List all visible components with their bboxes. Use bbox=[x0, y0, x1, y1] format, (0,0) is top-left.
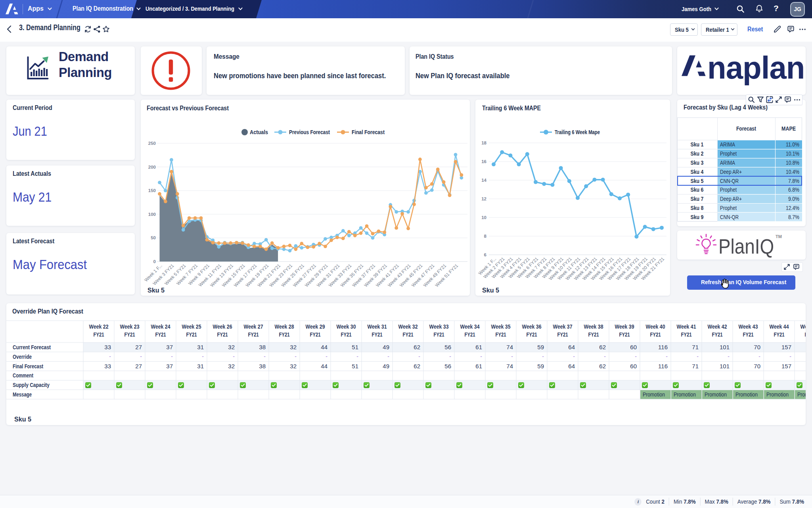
svg-text:Week 29: Week 29 bbox=[306, 323, 325, 330]
svg-text:Week 24: Week 24 bbox=[151, 323, 171, 330]
svg-text:7.8%: 7.8% bbox=[788, 177, 799, 184]
svg-text:12: 12 bbox=[481, 196, 486, 201]
svg-text:16: 16 bbox=[481, 159, 486, 164]
svg-text:-: - bbox=[666, 353, 668, 360]
svg-text:-: - bbox=[449, 353, 451, 360]
svg-text:-: - bbox=[295, 353, 297, 360]
svg-text:0: 0 bbox=[153, 259, 156, 264]
svg-text:60: 60 bbox=[630, 344, 637, 350]
svg-text:Prophet: Prophet bbox=[720, 186, 737, 193]
svg-text:CNN-QR: CNN-QR bbox=[720, 177, 739, 184]
svg-text:62: 62 bbox=[414, 363, 420, 369]
svg-text:33: 33 bbox=[104, 363, 111, 369]
svg-text:-: - bbox=[604, 353, 606, 360]
svg-text:27: 27 bbox=[135, 363, 142, 369]
svg-text:10.8%: 10.8% bbox=[786, 159, 799, 166]
svg-text:FY21: FY21 bbox=[743, 331, 754, 338]
svg-text:FY21: FY21 bbox=[681, 331, 692, 338]
svg-text:8: 8 bbox=[484, 234, 487, 239]
svg-text:-: - bbox=[233, 353, 235, 360]
svg-text:-: - bbox=[418, 353, 420, 360]
svg-text:70: 70 bbox=[754, 344, 760, 350]
svg-text:Promotion: Promotion bbox=[705, 391, 727, 398]
svg-text:49: 49 bbox=[383, 344, 389, 350]
svg-text:12.4%: 12.4% bbox=[786, 204, 799, 211]
svg-text:-: - bbox=[140, 353, 142, 360]
svg-text:Promotion: Promotion bbox=[766, 391, 789, 398]
svg-text:31: 31 bbox=[197, 344, 204, 350]
svg-text:27: 27 bbox=[135, 344, 142, 350]
svg-text:11.0%: 11.0% bbox=[786, 141, 799, 148]
svg-text:Week 27: Week 27 bbox=[244, 323, 263, 330]
svg-text:-: - bbox=[728, 353, 730, 360]
svg-text:Week 34: Week 34 bbox=[460, 323, 480, 330]
svg-text:38: 38 bbox=[259, 363, 266, 369]
svg-text:FY21: FY21 bbox=[619, 331, 630, 338]
svg-text:100: 100 bbox=[148, 212, 156, 217]
svg-text:FY21: FY21 bbox=[805, 331, 806, 338]
svg-text:14: 14 bbox=[481, 178, 486, 183]
svg-text:Current Forecast: Current Forecast bbox=[13, 344, 51, 350]
svg-text:38: 38 bbox=[259, 344, 266, 350]
svg-text:8.7%: 8.7% bbox=[788, 214, 799, 220]
svg-text:6: 6 bbox=[484, 252, 486, 257]
svg-text:FY21: FY21 bbox=[248, 331, 259, 338]
svg-text:150: 150 bbox=[148, 188, 156, 193]
svg-text:FY21: FY21 bbox=[372, 331, 383, 338]
svg-text:51: 51 bbox=[352, 363, 358, 369]
svg-text:Week 33: Week 33 bbox=[429, 323, 449, 330]
svg-text:Sku 7: Sku 7 bbox=[691, 195, 704, 202]
svg-text:51: 51 bbox=[352, 344, 358, 350]
svg-text:Week 39: Week 39 bbox=[615, 323, 634, 330]
svg-text:31: 31 bbox=[197, 363, 204, 369]
svg-text:Sku 6: Sku 6 bbox=[691, 186, 704, 193]
svg-text:59: 59 bbox=[537, 344, 544, 350]
svg-text:116: 116 bbox=[658, 344, 668, 350]
svg-text:Week 25: Week 25 bbox=[182, 323, 201, 330]
svg-text:FY21: FY21 bbox=[94, 331, 104, 338]
svg-text:49: 49 bbox=[383, 363, 389, 369]
svg-text:32: 32 bbox=[290, 363, 297, 369]
svg-text:59: 59 bbox=[537, 363, 544, 369]
svg-text:64: 64 bbox=[568, 363, 575, 369]
svg-text:Sku 4: Sku 4 bbox=[691, 168, 704, 175]
svg-text:-: - bbox=[511, 353, 513, 360]
svg-text:-: - bbox=[264, 353, 266, 360]
svg-text:-: - bbox=[758, 353, 760, 360]
svg-text:MAPE: MAPE bbox=[781, 125, 796, 132]
svg-text:-: - bbox=[697, 353, 699, 360]
svg-text:ARIMA: ARIMA bbox=[720, 159, 735, 166]
svg-text:Promotion: Promotion bbox=[735, 391, 758, 398]
svg-text:62: 62 bbox=[599, 344, 606, 350]
svg-text:-: - bbox=[542, 353, 544, 360]
svg-text:Deep AR+: Deep AR+ bbox=[720, 195, 742, 202]
svg-text:Week 45: Week 45 bbox=[801, 323, 806, 330]
svg-text:FY21: FY21 bbox=[588, 331, 599, 338]
svg-text:Week 36: Week 36 bbox=[522, 323, 542, 330]
svg-text:FY21: FY21 bbox=[774, 331, 785, 338]
svg-text:Forecast: Forecast bbox=[736, 125, 756, 132]
svg-text:18: 18 bbox=[481, 140, 486, 145]
svg-text:ARIMA: ARIMA bbox=[720, 141, 735, 148]
svg-text:Trailing 6 Week Mape: Trailing 6 Week Mape bbox=[555, 129, 600, 135]
svg-text:71: 71 bbox=[692, 344, 699, 350]
svg-text:Sku 2: Sku 2 bbox=[691, 150, 704, 157]
svg-text:157: 157 bbox=[781, 344, 791, 350]
svg-text:61: 61 bbox=[475, 344, 482, 350]
svg-text:Week 35: Week 35 bbox=[491, 323, 511, 330]
svg-text:Sku 9: Sku 9 bbox=[691, 214, 704, 220]
svg-text:61: 61 bbox=[475, 363, 482, 369]
svg-text:Week 26: Week 26 bbox=[213, 323, 232, 330]
svg-text:50: 50 bbox=[151, 235, 156, 240]
svg-text:Week 37: Week 37 bbox=[553, 323, 573, 330]
svg-text:Deep AR+: Deep AR+ bbox=[720, 168, 742, 175]
svg-text:-: - bbox=[109, 353, 111, 360]
svg-text:Previous Forecast: Previous Forecast bbox=[289, 129, 330, 135]
svg-text:FY21: FY21 bbox=[124, 331, 135, 338]
svg-text:70: 70 bbox=[754, 363, 760, 369]
svg-text:Week 28: Week 28 bbox=[275, 323, 294, 330]
svg-text:Promotion: Promotion bbox=[797, 391, 806, 398]
svg-text:Week 43: Week 43 bbox=[739, 323, 758, 330]
svg-text:FY21: FY21 bbox=[527, 331, 537, 338]
svg-text:FY21: FY21 bbox=[186, 331, 197, 338]
